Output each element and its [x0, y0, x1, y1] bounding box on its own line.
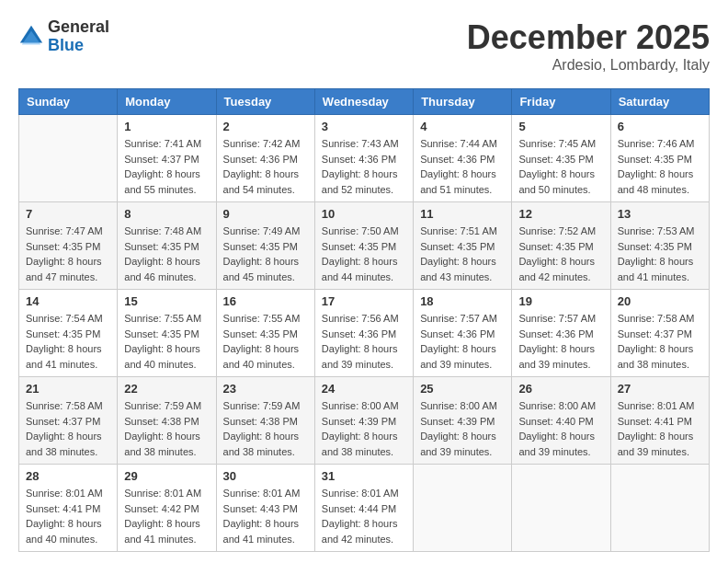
- sunset-text: Sunset: 4:35 PM: [420, 239, 505, 255]
- sunrise-text: Sunrise: 7:48 AM: [124, 224, 209, 239]
- header-day-wednesday: Wednesday: [314, 89, 413, 115]
- calendar-day-cell: 13Sunrise: 7:53 AMSunset: 4:35 PMDayligh…: [610, 202, 709, 290]
- calendar-day-cell: 12Sunrise: 7:52 AMSunset: 4:35 PMDayligh…: [512, 202, 610, 290]
- day-info: Sunrise: 7:50 AMSunset: 4:35 PMDaylight:…: [322, 224, 406, 284]
- sunrise-text: Sunrise: 8:01 AM: [223, 486, 308, 501]
- daylight-text: Daylight: 8 hours and 38 minutes.: [124, 429, 209, 459]
- day-info: Sunrise: 7:47 AMSunset: 4:35 PMDaylight:…: [26, 224, 110, 284]
- sunset-text: Sunset: 4:41 PM: [618, 414, 702, 430]
- day-info: Sunrise: 7:42 AMSunset: 4:36 PMDaylight:…: [223, 136, 308, 197]
- calendar-day-cell: 10Sunrise: 7:50 AMSunset: 4:35 PMDayligh…: [314, 202, 413, 290]
- sunrise-text: Sunrise: 8:01 AM: [26, 486, 110, 501]
- day-info: Sunrise: 7:59 AMSunset: 4:38 PMDaylight:…: [223, 398, 308, 459]
- sunrise-text: Sunrise: 7:53 AM: [618, 224, 702, 239]
- sunset-text: Sunset: 4:41 PM: [26, 501, 110, 517]
- day-number: 6: [618, 120, 702, 133]
- calendar-day-cell: 28Sunrise: 8:01 AMSunset: 4:41 PMDayligh…: [19, 465, 118, 552]
- logo: General Blue: [18, 18, 109, 55]
- sunrise-text: Sunrise: 7:42 AM: [223, 136, 308, 152]
- calendar-day-cell: 15Sunrise: 7:55 AMSunset: 4:35 PMDayligh…: [118, 290, 216, 377]
- daylight-text: Daylight: 8 hours and 38 minutes.: [322, 429, 406, 459]
- calendar-day-cell: 21Sunrise: 7:58 AMSunset: 4:37 PMDayligh…: [19, 377, 118, 465]
- day-number: 1: [124, 120, 209, 133]
- sunrise-text: Sunrise: 7:45 AM: [518, 136, 603, 152]
- sunrise-text: Sunrise: 7:41 AM: [124, 136, 209, 152]
- day-info: Sunrise: 7:45 AMSunset: 4:35 PMDaylight:…: [518, 136, 603, 197]
- calendar-day-cell: 14Sunrise: 7:54 AMSunset: 4:35 PMDayligh…: [19, 290, 118, 377]
- sunset-text: Sunset: 4:37 PM: [26, 414, 110, 430]
- day-info: Sunrise: 8:01 AMSunset: 4:41 PMDaylight:…: [618, 398, 702, 459]
- sunrise-text: Sunrise: 8:00 AM: [518, 398, 603, 414]
- sunrise-text: Sunrise: 7:57 AM: [420, 311, 505, 327]
- daylight-text: Daylight: 8 hours and 47 minutes.: [26, 254, 110, 284]
- sunrise-text: Sunrise: 7:47 AM: [26, 224, 110, 239]
- sunrise-text: Sunrise: 7:46 AM: [618, 136, 702, 152]
- day-number: 29: [124, 469, 209, 483]
- sunset-text: Sunset: 4:35 PM: [518, 152, 603, 167]
- day-number: 18: [420, 294, 505, 308]
- daylight-text: Daylight: 8 hours and 41 minutes.: [223, 516, 308, 546]
- logo-blue-text: Blue: [48, 36, 84, 54]
- daylight-text: Daylight: 8 hours and 38 minutes.: [618, 341, 702, 372]
- sunrise-text: Sunrise: 7:52 AM: [518, 224, 603, 239]
- day-info: Sunrise: 7:46 AMSunset: 4:35 PMDaylight:…: [618, 136, 702, 197]
- sunrise-text: Sunrise: 7:58 AM: [26, 398, 110, 414]
- sunset-text: Sunset: 4:38 PM: [124, 414, 209, 430]
- header-day-friday: Friday: [512, 89, 610, 115]
- calendar-day-cell: 11Sunrise: 7:51 AMSunset: 4:35 PMDayligh…: [414, 202, 512, 290]
- day-info: Sunrise: 7:44 AMSunset: 4:36 PMDaylight:…: [420, 136, 505, 197]
- sunset-text: Sunset: 4:35 PM: [322, 239, 406, 255]
- calendar-day-cell: 23Sunrise: 7:59 AMSunset: 4:38 PMDayligh…: [216, 377, 314, 465]
- daylight-text: Daylight: 8 hours and 51 minutes.: [420, 167, 505, 197]
- sunset-text: Sunset: 4:36 PM: [322, 152, 406, 167]
- calendar-header-row: SundayMondayTuesdayWednesdayThursdayFrid…: [19, 89, 710, 115]
- calendar-table: SundayMondayTuesdayWednesdayThursdayFrid…: [18, 88, 710, 552]
- day-info: Sunrise: 8:00 AMSunset: 4:40 PMDaylight:…: [518, 398, 603, 459]
- calendar-week-row: 28Sunrise: 8:01 AMSunset: 4:41 PMDayligh…: [19, 465, 710, 552]
- day-info: Sunrise: 7:57 AMSunset: 4:36 PMDaylight:…: [518, 311, 603, 372]
- day-info: Sunrise: 7:43 AMSunset: 4:36 PMDaylight:…: [322, 136, 406, 197]
- sunrise-text: Sunrise: 7:43 AM: [322, 136, 406, 152]
- daylight-text: Daylight: 8 hours and 39 minutes.: [420, 341, 505, 372]
- calendar-day-cell: [19, 115, 118, 202]
- sunrise-text: Sunrise: 8:01 AM: [322, 486, 406, 501]
- calendar-week-row: 14Sunrise: 7:54 AMSunset: 4:35 PMDayligh…: [19, 290, 710, 377]
- day-info: Sunrise: 7:51 AMSunset: 4:35 PMDaylight:…: [420, 224, 505, 284]
- sunrise-text: Sunrise: 7:51 AM: [420, 224, 505, 239]
- sunrise-text: Sunrise: 7:58 AM: [618, 311, 702, 327]
- sunrise-text: Sunrise: 7:50 AM: [322, 224, 406, 239]
- sunrise-text: Sunrise: 7:56 AM: [322, 311, 406, 327]
- calendar-day-cell: 18Sunrise: 7:57 AMSunset: 4:36 PMDayligh…: [414, 290, 512, 377]
- sunrise-text: Sunrise: 8:01 AM: [618, 398, 702, 414]
- day-number: 21: [26, 382, 110, 396]
- day-number: 30: [223, 469, 308, 483]
- sunset-text: Sunset: 4:35 PM: [124, 327, 209, 342]
- day-number: 19: [518, 294, 603, 308]
- day-number: 25: [420, 382, 505, 396]
- sunset-text: Sunset: 4:39 PM: [420, 414, 505, 430]
- day-info: Sunrise: 7:58 AMSunset: 4:37 PMDaylight:…: [26, 398, 110, 459]
- daylight-text: Daylight: 8 hours and 50 minutes.: [518, 167, 603, 197]
- calendar-day-cell: 2Sunrise: 7:42 AMSunset: 4:36 PMDaylight…: [216, 115, 314, 202]
- header-day-sunday: Sunday: [19, 89, 118, 115]
- calendar-day-cell: 25Sunrise: 8:00 AMSunset: 4:39 PMDayligh…: [414, 377, 512, 465]
- header-day-monday: Monday: [118, 89, 216, 115]
- calendar-day-cell: 27Sunrise: 8:01 AMSunset: 4:41 PMDayligh…: [610, 377, 709, 465]
- day-number: 14: [26, 294, 110, 308]
- calendar-day-cell: [512, 465, 610, 552]
- sunset-text: Sunset: 4:35 PM: [26, 327, 110, 342]
- day-number: 27: [618, 382, 702, 396]
- day-number: 26: [518, 382, 603, 396]
- sunrise-text: Sunrise: 7:57 AM: [518, 311, 603, 327]
- day-number: 4: [420, 120, 505, 133]
- daylight-text: Daylight: 8 hours and 38 minutes.: [26, 429, 110, 459]
- sunset-text: Sunset: 4:36 PM: [322, 327, 406, 342]
- sunrise-text: Sunrise: 7:59 AM: [223, 398, 308, 414]
- sunset-text: Sunset: 4:37 PM: [124, 152, 209, 167]
- day-number: 11: [420, 207, 505, 221]
- sunset-text: Sunset: 4:35 PM: [518, 239, 603, 255]
- sunset-text: Sunset: 4:44 PM: [322, 501, 406, 517]
- header-day-thursday: Thursday: [414, 89, 512, 115]
- sunset-text: Sunset: 4:39 PM: [322, 414, 406, 430]
- sunset-text: Sunset: 4:36 PM: [420, 327, 505, 342]
